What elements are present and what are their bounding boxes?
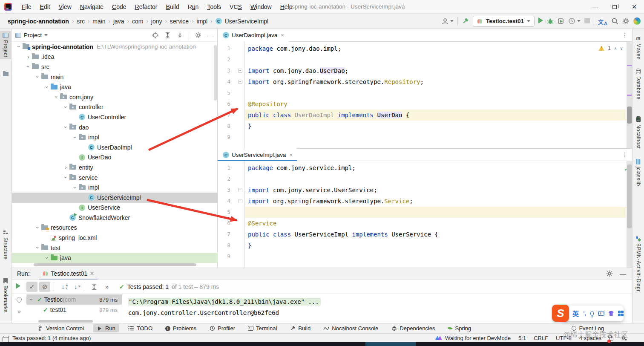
collapse-all-button[interactable] [176, 32, 183, 39]
hide-panel-button[interactable]: — [207, 32, 214, 39]
ime-language-toggle[interactable]: 英 [572, 309, 579, 318]
toolwindow-build[interactable]: Build [286, 324, 314, 332]
tree-item-resources[interactable]: › resources [12, 223, 218, 233]
menu-tools[interactable]: Tools [203, 2, 225, 12]
breadcrumb-item[interactable]: main [92, 18, 105, 25]
tree-item-service-impl[interactable]: › impl [12, 182, 218, 193]
sogou-logo-icon[interactable]: S [552, 305, 569, 322]
more-options-icon[interactable]: ⋮ [622, 32, 628, 38]
chevron-down-icon[interactable]: › [44, 254, 50, 262]
breadcrumb-item[interactable]: service [170, 18, 189, 25]
ime-menu-grid-icon[interactable] [618, 311, 624, 316]
chevron-right-icon[interactable]: › [25, 54, 32, 60]
tab-userserviceimpl-java[interactable]: UserServiceImpl.java × [218, 148, 297, 161]
toolwindow-profiler[interactable]: Profiler [206, 324, 239, 332]
tree-item-entity[interactable]: › entity [12, 162, 218, 173]
chevron-down-icon[interactable]: › [28, 296, 35, 303]
chevron-down-icon[interactable]: › [53, 93, 60, 101]
tree-item-com-jony[interactable]: › com.jony [12, 92, 218, 102]
toolwindow-spring[interactable]: Spring [444, 324, 474, 332]
chevron-down-icon[interactable] [44, 34, 48, 36]
fold-icon[interactable]: − [238, 80, 242, 84]
breadcrumb-item[interactable]: java [113, 18, 124, 25]
code-editor[interactable]: 12 34 56 78 9 − − package com.jony.servi… [218, 161, 632, 268]
minimize-button[interactable]: — [585, 0, 605, 14]
profiler-button[interactable] [568, 17, 581, 25]
stop-button[interactable] [584, 17, 590, 25]
breadcrumb-item[interactable]: impl [197, 18, 208, 25]
windows-taskbar[interactable] [0, 342, 644, 346]
rerun-button[interactable] [16, 283, 20, 291]
prev-problem-icon[interactable]: ∧ [614, 46, 617, 51]
editor-scrollbar[interactable] [627, 161, 632, 268]
scrollbar-thumb[interactable] [627, 107, 632, 124]
scrollbar-thumb[interactable] [627, 164, 632, 228]
tree-item-usercontroller[interactable]: UserController [12, 112, 218, 122]
menu-window[interactable]: Window [247, 2, 276, 12]
menu-file[interactable]: File [18, 2, 35, 12]
debug-button[interactable] [547, 18, 554, 25]
taskbar-active-app[interactable] [365, 342, 416, 346]
menu-edit[interactable]: Edit [36, 2, 54, 12]
user-menu-button[interactable] [442, 18, 454, 25]
tree-item-controller[interactable]: › controller [12, 102, 218, 112]
fold-icon[interactable]: − [238, 69, 242, 73]
menu-view[interactable]: View [55, 2, 75, 12]
fold-icon[interactable]: − [238, 199, 242, 203]
menu-vcs[interactable]: VCS [226, 2, 246, 12]
fold-icon[interactable]: − [238, 188, 242, 192]
chevron-down-icon[interactable]: › [34, 224, 41, 231]
chevron-down-icon[interactable]: › [72, 184, 78, 191]
breadcrumb-item[interactable]: jony [151, 18, 162, 25]
hide-run-panel-button[interactable]: — [620, 270, 626, 277]
microphone-icon[interactable] [590, 311, 594, 316]
settings-button[interactable] [622, 17, 630, 25]
tree-item-service[interactable]: › service [12, 173, 218, 183]
tab-userdaoimpl-java[interactable]: UserDaoImpl.java × [218, 29, 288, 42]
caret-position[interactable]: 5:1 [518, 335, 526, 341]
sort-by-duration-button[interactable]: ↓≡ [70, 282, 81, 292]
tool-window-jclasslib-button[interactable]: jclasslib [632, 157, 644, 188]
project-panel-title[interactable]: Project [24, 32, 42, 38]
pin-icon[interactable] [16, 296, 23, 303]
chevron-down-icon[interactable]: › [63, 104, 69, 111]
plugin-button[interactable] [633, 17, 641, 25]
ime-punctuation-toggle[interactable]: ’, [583, 310, 586, 317]
line-ending-select[interactable]: CRLF [534, 335, 548, 341]
tool-window-maven-button[interactable]: m Maven [632, 32, 644, 62]
tool-window-bpmn-button[interactable]: BPMN-Activiti-Diagr [632, 234, 644, 294]
commit-tool-button[interactable] [0, 70, 11, 78]
keyboard-icon[interactable] [598, 311, 604, 316]
close-icon[interactable]: × [90, 270, 94, 277]
test-case-row[interactable]: ✓ test01 879 ms [26, 305, 122, 315]
code-editor[interactable]: 12 34 56 78 9 − − package com.jony.dao.i… [218, 42, 632, 148]
close-icon[interactable]: × [281, 32, 284, 38]
expand-collapse-all-button[interactable] [89, 282, 100, 292]
restore-button[interactable] [605, 0, 624, 14]
chevron-down-icon[interactable]: › [34, 73, 41, 81]
show-passed-toggle[interactable]: ✓ [26, 282, 37, 292]
menu-refactor[interactable]: Refactor [131, 2, 161, 12]
menu-build[interactable]: Build [162, 2, 183, 12]
tree-item-idea[interactable]: › .idea [12, 52, 218, 62]
chevron-down-icon[interactable]: › [44, 84, 50, 91]
tree-item-test-java[interactable]: › java [12, 253, 218, 263]
panel-settings-button[interactable] [195, 32, 201, 39]
toolwindow-problems[interactable]: ! Problems [162, 324, 200, 332]
tree-item-spring-ioc-xml[interactable]: spring_ioc.xml [12, 233, 218, 243]
inspection-widget[interactable]: 1 ∧ ∨ [598, 45, 623, 51]
more-toolbar-icon[interactable]: » [101, 282, 112, 292]
menu-run[interactable]: Run [184, 2, 203, 12]
tool-window-bookmarks-button[interactable]: Bookmarks [0, 276, 11, 315]
tool-window-project-button[interactable]: Project [0, 31, 11, 59]
tool-window-nocalhost-button[interactable]: Nocalhost [632, 114, 644, 151]
close-button[interactable]: × [624, 0, 644, 14]
next-problem-icon[interactable]: ∨ [620, 46, 623, 51]
chevron-down-icon[interactable]: › [25, 63, 32, 70]
chevron-down-icon[interactable]: › [72, 134, 78, 141]
status-message[interactable]: Tests passed: 1 (4 minutes ago) [12, 335, 91, 341]
close-icon[interactable]: × [290, 152, 293, 158]
run-configuration-select[interactable]: Testloc.test01 [473, 16, 535, 27]
run-settings-button[interactable] [606, 270, 613, 277]
toolwindow-todo[interactable]: TODO [125, 324, 156, 332]
